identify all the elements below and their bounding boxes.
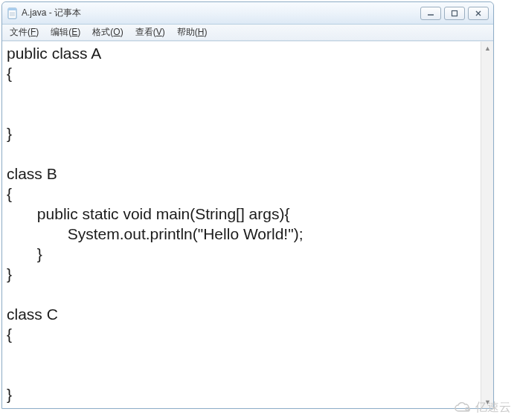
svg-rect-6 [452,10,457,16]
window-controls [420,7,489,20]
menu-view[interactable]: 查看(V) [129,25,171,40]
minimize-button[interactable] [420,7,441,20]
text-editor[interactable]: public class A { } class B { public stat… [2,42,481,408]
menu-edit[interactable]: 编辑(E) [45,25,86,40]
menubar: 文件(F) 编辑(E) 格式(O) 查看(V) 帮助(H) [2,25,493,41]
titlebar[interactable]: A.java - 记事本 [2,2,493,25]
maximize-button[interactable] [444,7,465,20]
notepad-window: A.java - 记事本 文件(F) 编辑(E) 格式(O) 查看(V) 帮助(… [1,1,494,409]
scroll-down-arrow[interactable]: ▼ [481,395,494,408]
menu-file[interactable]: 文件(F) [4,25,45,40]
content-area: public class A { } class B { public stat… [2,41,493,408]
vertical-scrollbar[interactable]: ▲ ▼ [481,42,493,408]
notepad-icon [7,7,19,19]
scroll-up-arrow[interactable]: ▲ [481,42,494,54]
svg-rect-1 [8,8,16,10]
window-title: A.java - 记事本 [22,7,420,19]
menu-format[interactable]: 格式(O) [86,25,129,40]
close-button[interactable] [468,7,489,20]
menu-help[interactable]: 帮助(H) [171,25,213,40]
